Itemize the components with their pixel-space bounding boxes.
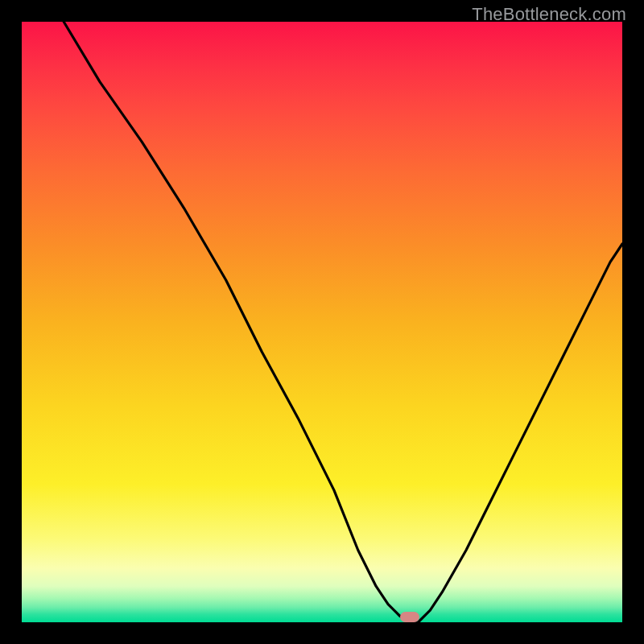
optimum-marker [400, 612, 419, 622]
chart-frame: TheBottleneck.com [0, 0, 644, 644]
watermark-text: TheBottleneck.com [472, 4, 626, 25]
bottleneck-curve [22, 22, 622, 622]
plot-area [22, 22, 622, 622]
